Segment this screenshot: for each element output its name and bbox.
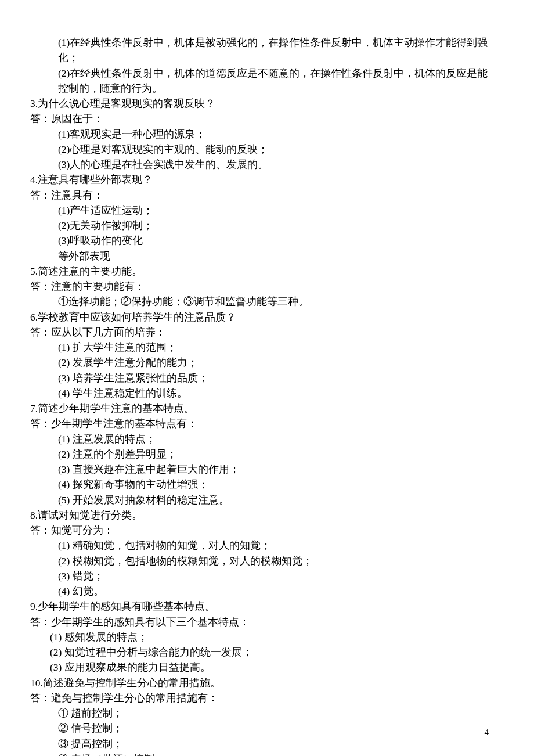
- text-line: ② 信号控制；: [30, 721, 504, 736]
- text-line: (3) 错觉；: [30, 568, 504, 584]
- text-line: 答：应从以下几方面的培养：: [30, 325, 504, 340]
- text-line: 等外部表现: [30, 249, 504, 264]
- text-line: (3) 直接兴趣在注意中起着巨大的作用；: [30, 462, 504, 477]
- text-line: (1)在经典性条件反射中，机体是被动强化的，在操作性条件反射中，机体主动操作才能…: [30, 35, 504, 50]
- text-line: (1) 感知发展的特点；: [30, 629, 504, 645]
- text-line: (1) 注意发展的特点；: [30, 431, 504, 447]
- text-line: (1) 精确知觉，包括对物的知觉，对人的知觉；: [30, 538, 504, 553]
- text-line: (2)心理是对客观现实的主观的、能动的反映；: [30, 142, 504, 157]
- text-line: 化；: [30, 50, 504, 65]
- text-line: (4) 学生注意稳定性的训练。: [30, 386, 504, 401]
- text-line: 答：少年期学生的感知具有以下三个基本特点：: [30, 614, 504, 629]
- text-line: 控制的，随意的行为。: [30, 81, 504, 96]
- text-line: 答：原因在于：: [30, 111, 504, 126]
- text-line: (5) 开始发展对抽象材料的稳定注意。: [30, 492, 504, 507]
- text-line: (3)人的心理是在社会实践中发生的、发展的。: [30, 157, 504, 172]
- page-number: 4: [485, 726, 489, 739]
- text-line: 6.学校教育中应该如何培养学生的注意品质？: [30, 309, 504, 325]
- text-line: 答：注意具有：: [30, 188, 504, 203]
- text-line: (2)在经典性条件反射中，机体的道德反应是不随意的，在操作性条件反射中，机体的反…: [30, 66, 504, 81]
- text-line: (2) 注意的个别差异明显；: [30, 447, 504, 462]
- text-line: ① 超前控制；: [30, 705, 504, 721]
- text-line: 答：注意的主要功能有：: [30, 279, 504, 294]
- text-line: 7.简述少年期学生注意的基本特点。: [30, 401, 504, 416]
- text-line: (2) 知觉过程中分析与综合能力的统一发展；: [30, 645, 504, 660]
- text-line: 答：避免与控制学生分心的常用措施有：: [30, 690, 504, 705]
- text-line: (2)无关动作被抑制；: [30, 218, 504, 233]
- text-line: (3) 培养学生注意紧张性的品质；: [30, 370, 504, 386]
- text-line: (2) 发展学生注意分配的能力；: [30, 355, 504, 370]
- text-line: 5.简述注意的主要功能。: [30, 264, 504, 279]
- text-line: ③ 提高控制；: [30, 736, 504, 751]
- text-line: 10.简述避免与控制学生分心的常用措施。: [30, 675, 504, 690]
- text-line: (1)产生适应性运动；: [30, 203, 504, 218]
- text-line: (3) 应用观察成果的能力日益提高。: [30, 660, 504, 675]
- text-line: 8.请试对知觉进行分类。: [30, 507, 504, 523]
- text-line: (1) 扩大学生注意的范围；: [30, 340, 504, 355]
- text-line: 9.少年期学生的感知具有哪些基本特点。: [30, 599, 504, 614]
- document-page: (1)在经典性条件反射中，机体是被动强化的，在操作性条件反射中，机体主动操作才能…: [0, 0, 534, 756]
- text-line: 3.为什么说心理是客观现实的客观反映？: [30, 96, 504, 111]
- text-line: 答：少年期学生注意的基本特点有：: [30, 416, 504, 431]
- text-line: ①选择功能；②保持功能；③调节和监督功能等三种。: [30, 294, 504, 309]
- text-line: (3)呼吸动作的变化: [30, 233, 504, 248]
- text-line: 4.注意具有哪些外部表现？: [30, 172, 504, 187]
- text-line: (1)客观现实是一种心理的源泉；: [30, 127, 504, 142]
- text-line: (4) 探究新奇事物的主动性增强；: [30, 477, 504, 492]
- document-body: (1)在经典性条件反射中，机体是被动强化的，在操作性条件反射中，机体主动操作才能…: [30, 35, 504, 756]
- text-line: (2) 模糊知觉，包括地物的模糊知觉，对人的模糊知觉；: [30, 553, 504, 568]
- text-line: ④ 表扬（批评）控制。: [30, 751, 504, 756]
- text-line: (4) 幻觉。: [30, 584, 504, 599]
- text-line: 答：知觉可分为：: [30, 523, 504, 538]
